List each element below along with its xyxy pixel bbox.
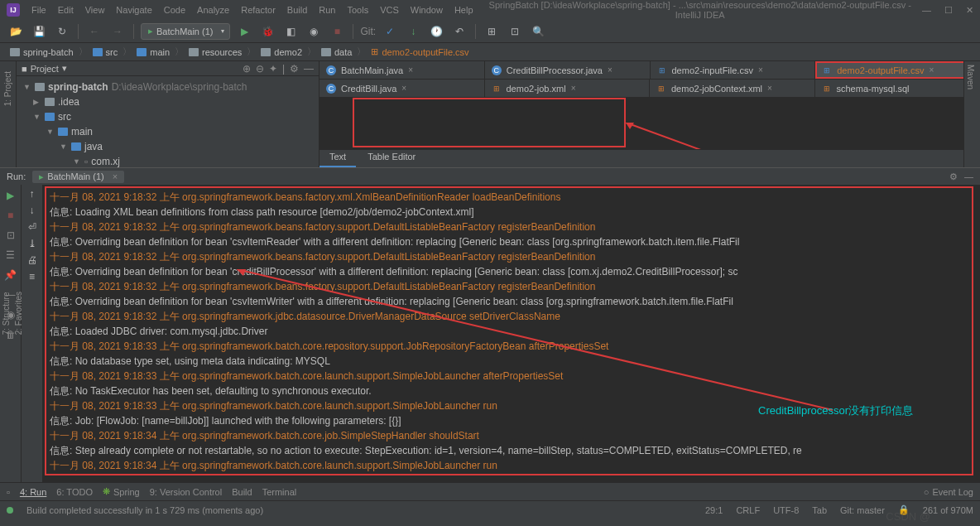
breadcrumb-item[interactable]: spring-batch bbox=[7, 47, 77, 57]
git-update-icon[interactable]: ✓ bbox=[381, 22, 399, 41]
bottom-tab-vcs[interactable]: 9: Version Control bbox=[150, 487, 222, 497]
back-icon[interactable]: ← bbox=[85, 22, 103, 41]
editor-tab[interactable]: ⊞demo2-jobContext.xml× bbox=[650, 80, 815, 97]
git-branch[interactable]: Git: master bbox=[840, 505, 885, 515]
clear-icon[interactable]: ≡ bbox=[29, 271, 35, 282]
editor-tab-active[interactable]: ⊞demo2-outputFile.csv× bbox=[815, 61, 980, 79]
breadcrumb-item[interactable]: data bbox=[318, 47, 355, 57]
profile-button-icon[interactable]: ◉ bbox=[305, 22, 323, 41]
maximize-icon[interactable]: ☐ bbox=[944, 5, 953, 16]
menu-refactor[interactable]: Refactor bbox=[236, 3, 281, 17]
exit-icon[interactable]: ⊡ bbox=[3, 228, 18, 243]
editor-tab[interactable]: CCreditBill.java× bbox=[319, 80, 485, 97]
bottom-tab-run[interactable]: 4: Run bbox=[20, 487, 46, 497]
up-icon[interactable]: ↑ bbox=[30, 188, 35, 200]
tree-root[interactable]: ▼ spring-batch D:\ideaWorkplace\spring-b… bbox=[17, 80, 319, 94]
structure-icon[interactable]: ⊞ bbox=[483, 22, 501, 41]
menu-file[interactable]: File bbox=[26, 3, 51, 17]
sidebar-tab-database[interactable]: Database bbox=[977, 68, 980, 167]
search-icon[interactable]: 🔍 bbox=[529, 22, 547, 41]
close-icon[interactable]: ✕ bbox=[966, 5, 973, 16]
tree-node[interactable]: ▼▫ com.xj bbox=[17, 154, 319, 167]
menu-edit[interactable]: Edit bbox=[53, 3, 79, 17]
git-commit-icon[interactable]: ↓ bbox=[404, 22, 422, 41]
stop-button-icon[interactable]: ■ bbox=[328, 22, 346, 41]
close-tab-icon[interactable]: × bbox=[401, 84, 406, 93]
hide-icon[interactable]: — bbox=[304, 63, 314, 75]
cursor-position[interactable]: 29:1 bbox=[705, 505, 723, 515]
close-tab-icon[interactable]: × bbox=[929, 65, 934, 75]
close-tab-icon[interactable]: × bbox=[758, 65, 763, 75]
editor-tab[interactable]: ⊞demo2-inputFile.csv× bbox=[651, 61, 816, 79]
run-button-icon[interactable]: ▶ bbox=[235, 22, 253, 41]
hide-icon[interactable]: — bbox=[964, 171, 973, 181]
line-separator[interactable]: CRLF bbox=[736, 505, 760, 515]
coverage-button-icon[interactable]: ◧ bbox=[281, 22, 300, 41]
breadcrumb-item[interactable]: src bbox=[89, 47, 122, 57]
git-history-icon[interactable]: 🕐 bbox=[427, 22, 445, 41]
git-revert-icon[interactable]: ↶ bbox=[450, 22, 468, 41]
gear-icon[interactable]: ⚙ bbox=[949, 171, 958, 182]
breadcrumb-item[interactable]: demo2 bbox=[257, 47, 305, 57]
close-tab-icon[interactable]: × bbox=[571, 84, 576, 93]
expand-icon[interactable]: ✦ bbox=[269, 63, 277, 75]
debug-button-icon[interactable]: 🐞 bbox=[258, 22, 276, 41]
menu-vcs[interactable]: VCS bbox=[375, 3, 404, 17]
text-tab[interactable]: Text bbox=[319, 150, 356, 167]
editor-tab[interactable]: ⊞demo2-job.xml× bbox=[485, 80, 651, 97]
bottom-tab-terminal[interactable]: Terminal bbox=[262, 487, 297, 497]
tool-window-icon[interactable]: ▫ bbox=[7, 487, 10, 497]
menu-tools[interactable]: Tools bbox=[342, 3, 373, 17]
project-panel-title[interactable]: ■ Project ▾ bbox=[22, 63, 238, 74]
rerun-icon[interactable]: ▶ bbox=[3, 188, 18, 203]
menu-analyze[interactable]: Analyze bbox=[192, 3, 234, 17]
save-button-icon[interactable]: 💾 bbox=[30, 22, 48, 41]
tree-node[interactable]: ▼ src bbox=[17, 109, 319, 124]
encoding[interactable]: UTF-8 bbox=[773, 505, 799, 515]
menu-window[interactable]: Window bbox=[406, 3, 448, 17]
breadcrumb-item[interactable]: main bbox=[133, 47, 173, 57]
search-everywhere-icon[interactable]: ⊡ bbox=[506, 22, 524, 41]
tree-node[interactable]: ▼ java bbox=[17, 139, 319, 154]
close-tab-icon[interactable]: × bbox=[608, 65, 612, 75]
layout-icon[interactable]: ☰ bbox=[3, 248, 18, 263]
menu-help[interactable]: Help bbox=[449, 3, 478, 17]
menu-view[interactable]: View bbox=[80, 3, 110, 17]
editor-tab[interactable]: ⊞schema-mysql.sql bbox=[815, 80, 981, 97]
collapse-icon[interactable]: ⊕ bbox=[243, 63, 251, 75]
open-button-icon[interactable]: 📂 bbox=[7, 22, 25, 41]
indent[interactable]: Tab bbox=[812, 505, 827, 515]
stop-icon[interactable]: ■ bbox=[3, 208, 18, 223]
sidebar-tab-favorites[interactable]: 2: Favorites bbox=[12, 288, 25, 338]
forward-icon[interactable]: → bbox=[108, 22, 127, 41]
sidebar-tab-project[interactable]: 1: Project bbox=[2, 68, 14, 109]
breadcrumb-item[interactable]: ⊞demo2-outputFile.csv bbox=[368, 46, 472, 57]
menu-code[interactable]: Code bbox=[159, 3, 190, 17]
editor-body[interactable]: 没有写入 Text Table Editor bbox=[319, 98, 980, 167]
bottom-tab-todo[interactable]: 6: TODO bbox=[56, 487, 93, 497]
editor-tab[interactable]: CBatchMain.java× bbox=[319, 61, 485, 79]
target-icon[interactable]: ⊖ bbox=[256, 63, 264, 75]
sidebar-tab-maven[interactable]: Maven bbox=[964, 61, 977, 167]
table-editor-tab[interactable]: Table Editor bbox=[358, 150, 425, 167]
menu-run[interactable]: Run bbox=[314, 3, 340, 17]
event-log[interactable]: ○ Event Log bbox=[924, 487, 973, 497]
tree-node[interactable]: ▶ .idea bbox=[17, 94, 319, 109]
sidebar-tab-structure[interactable]: 7: Structure bbox=[0, 282, 12, 338]
run-config-selector[interactable]: ▸ BatchMain (1) bbox=[141, 23, 230, 40]
breadcrumb-item[interactable]: resources bbox=[185, 47, 245, 57]
bottom-tab-spring[interactable]: ❋Spring bbox=[103, 486, 140, 497]
scroll-icon[interactable]: ⤓ bbox=[28, 238, 36, 249]
sync-button-icon[interactable]: ↻ bbox=[53, 22, 71, 41]
memory-indicator[interactable]: 261 of 970M bbox=[923, 505, 973, 515]
wrap-icon[interactable]: ⏎ bbox=[28, 221, 36, 233]
editor-tab[interactable]: CCreditBillProcessor.java× bbox=[485, 61, 651, 79]
menu-build[interactable]: Build bbox=[282, 3, 312, 17]
pin-icon[interactable]: 📌 bbox=[3, 268, 18, 282]
minimize-icon[interactable]: — bbox=[922, 5, 931, 16]
menu-navigate[interactable]: Navigate bbox=[111, 3, 156, 17]
bottom-tab-build[interactable]: Build bbox=[232, 487, 252, 497]
gear-icon[interactable]: ⚙ bbox=[290, 63, 299, 75]
tree-node[interactable]: ▼ main bbox=[17, 124, 319, 139]
run-tab[interactable]: ▸BatchMain (1)× bbox=[32, 171, 124, 183]
